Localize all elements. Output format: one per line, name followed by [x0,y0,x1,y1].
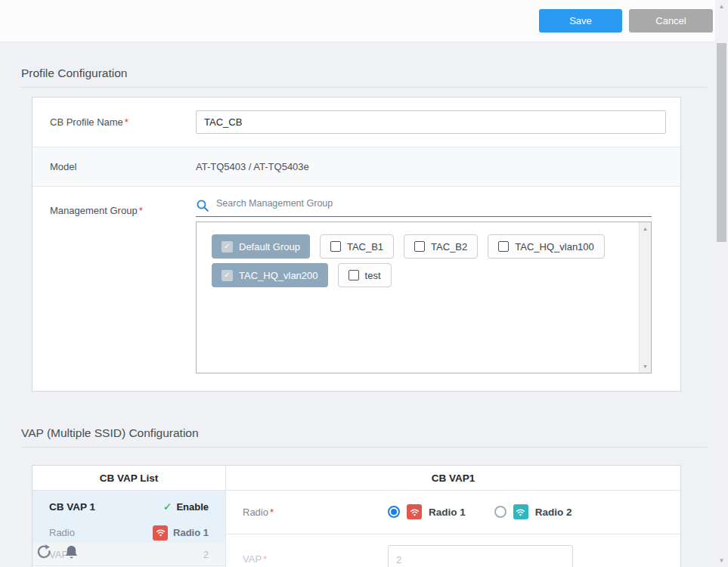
detail-vap-input[interactable] [388,545,573,567]
group-list-scrollbar[interactable]: ▲ ▼ [639,222,651,373]
vap-table-header: CB VAP List CB VAP1 [33,466,680,491]
save-button[interactable]: Save [539,9,622,33]
checkbox-checked-icon: ✓ [221,241,233,253]
radio-selected-icon[interactable] [388,506,400,518]
model-value: AT-TQ5403 / AT-TQ5403e [196,161,309,172]
radio1-option[interactable]: Radio 1 [388,504,466,519]
label-text: Radio [243,507,268,518]
vap-configuration-card: CB VAP List CB VAP1 CB VAP 1 ✓Enable Rad… [32,465,681,567]
required-asterisk: * [139,205,143,216]
label-text: VAP [243,553,262,565]
management-group-label: Management Group* [50,205,143,216]
vap-radio-row: Radio Radio 1 [33,522,225,543]
cb-profile-name-label: CB Profile Name* [50,116,129,128]
search-input[interactable] [216,198,640,209]
detail-radio-row: Radio* Radio 1 [226,491,680,534]
detail-radio-label: Radio* [243,507,274,518]
chip-label: TAC_HQ_vlan200 [239,270,318,281]
bell-icon[interactable] [64,544,79,564]
refresh-icon[interactable] [36,544,53,564]
scrollbar-thumb[interactable] [717,43,726,242]
detail-vap-label: VAP* [243,553,267,565]
radio-unselected-icon[interactable] [494,506,507,518]
group-chip-tac-b1[interactable]: TAC_B1 [320,234,394,259]
checkbox-unchecked-icon [349,270,359,280]
chip-label: Default Group [239,241,300,253]
required-asterisk: * [270,507,274,518]
vap-list-item-selected[interactable]: CB VAP 1 ✓Enable Radio Radio 1 [33,491,225,543]
vap-detail-column: Radio* Radio 1 [226,491,680,567]
chip-label: TAC_HQ_vlan100 [515,241,594,253]
model-label: Model [50,161,76,172]
vap-count-value: 2 [203,549,209,560]
radio1-label: Radio 1 [429,507,466,518]
cancel-button[interactable]: Cancel [629,9,713,33]
radio-options: Radio 1 Radio 2 [388,504,572,519]
radio2-label: Radio 2 [535,507,572,518]
radio2-option[interactable]: Radio 2 [494,504,572,519]
management-group-list: ✓Default Group TAC_B1 TAC_B2 TAC_HQ_vlan… [196,222,652,373]
detail-vap-row: VAP* [226,534,680,567]
cb-vap-list-header: CB VAP List [33,466,226,490]
group-chip-default-group[interactable]: ✓Default Group [212,234,310,259]
checkbox-unchecked-icon [414,241,425,252]
radio1-wifi-icon [153,525,168,541]
status-text: Enable [176,501,209,513]
profile-configuration-card: CB Profile Name* Model AT-TQ5403 / AT-TQ… [32,97,681,392]
label-text: CB Profile Name [50,116,123,128]
scroll-up-icon[interactable]: ▲ [715,3,728,10]
profile-configuration-title: Profile Configuration [21,67,127,80]
chip-label: TAC_B1 [347,241,383,253]
cb-profile-name-row: CB Profile Name* [33,98,680,147]
model-row: Model AT-TQ5403 / AT-TQ5403e [33,147,680,187]
scroll-up-icon[interactable]: ▲ [640,226,651,231]
divider [21,447,707,448]
checkbox-checked-icon: ✓ [221,270,233,281]
scroll-down-icon[interactable]: ▼ [715,557,728,564]
group-chip-tac-hq-vlan100[interactable]: TAC_HQ_vlan100 [488,234,605,259]
management-group-row: Management Group* ✓Default Group TAC_B1 … [33,187,680,391]
page: Save Cancel Profile Configuration CB Pro… [0,0,728,567]
group-chip-test[interactable]: test [338,263,392,287]
radio-row-value: Radio 1 [153,525,209,541]
radio-row-label: Radio [49,527,75,538]
vap-name: CB VAP 1 [49,501,95,513]
radio-value-text: Radio 1 [173,527,209,538]
chip-label: test [365,270,381,281]
group-chip-tac-b2[interactable]: TAC_B2 [404,234,478,259]
vap-table-body: CB VAP 1 ✓Enable Radio Radio 1 [33,491,680,567]
required-asterisk: * [263,553,267,565]
label-text: Management Group [50,205,138,216]
vap-status: ✓Enable [163,500,209,513]
check-icon: ✓ [163,500,172,513]
group-chip-tac-hq-vlan200[interactable]: ✓TAC_HQ_vlan200 [212,263,328,287]
vap-configuration-title: VAP (Multiple SSID) Configuration [21,426,199,440]
required-asterisk: * [125,116,129,128]
radio2-wifi-icon [513,504,528,519]
top-action-bar: Save Cancel [0,0,715,42]
cb-vap1-header: CB VAP1 [226,466,680,490]
divider [21,87,707,88]
management-group-search [196,196,652,217]
scroll-down-icon[interactable]: ▼ [640,364,651,369]
group-chip-list: ✓Default Group TAC_B1 TAC_B2 TAC_HQ_vlan… [212,234,630,287]
chip-label: TAC_B2 [431,241,467,253]
page-scrollbar[interactable]: ▲ ▼ [715,0,728,567]
checkbox-unchecked-icon [498,241,509,252]
cb-profile-name-input[interactable] [196,110,666,134]
radio1-wifi-icon [407,504,422,519]
vap-name-row: CB VAP 1 ✓Enable [33,491,225,522]
floating-footer-icons [36,544,79,564]
checkbox-unchecked-icon [330,241,341,252]
search-icon [196,199,209,215]
